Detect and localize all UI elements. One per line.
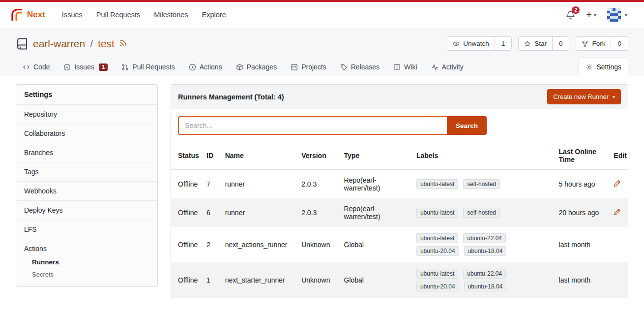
tab-label: Releases [351,63,380,71]
tab-label: Actions [200,63,222,71]
tab-pull-requests[interactable]: Pull Requests [115,58,181,76]
table-header-row: StatusIDNameVersionTypeLabelsLast Online… [171,142,628,170]
sidebar-item-label: Repository [24,110,57,118]
runner-id: 2 [203,227,221,262]
create-runner-button[interactable]: Create new Runner ▾ [547,89,621,104]
sidebar-item-label[interactable]: Actions [24,245,47,253]
star-label: Star [534,40,547,47]
eye-icon [453,40,460,47]
fork-count[interactable]: 0 [611,37,628,50]
unwatch-button-group: Unwatch1 [447,36,512,51]
code-icon [23,63,30,71]
labels-list: ubuntu-latestself-hosted [416,179,520,189]
sidebar-item-tags[interactable]: Tags [16,162,157,181]
rss-feed-button[interactable] [119,39,127,49]
search-button[interactable]: Search [447,116,487,135]
fork-button-group: Fork0 [576,36,628,51]
tab-code[interactable]: Code [16,58,57,76]
runner-labels: ubuntu-latestself-hosted [412,170,555,199]
search-input[interactable] [178,116,447,135]
sidebar-item-branches[interactable]: Branches [16,143,157,162]
sidebar-item-deploy-keys[interactable]: Deploy Keys [16,200,157,220]
edit-runner-button[interactable] [614,208,621,216]
runner-status: Offline [171,170,203,199]
tab-label: Issues [74,63,94,71]
labels-list: ubuntu-latestubuntu-22.04ubuntu-20.04ubu… [416,233,520,256]
runner-name: runner [221,170,298,199]
main-navbar: Next IssuesPull RequestsMilestonesExplor… [0,2,644,28]
search-form: Search [178,116,487,135]
star-count[interactable]: 0 [552,37,569,50]
repo-name-link[interactable]: test [98,38,115,50]
sidebar-item-webhooks[interactable]: Webhooks [16,181,157,200]
tab-issues[interactable]: Issues1 [57,58,115,76]
unwatch-button[interactable]: Unwatch [447,37,495,50]
tab-settings[interactable]: Settings [579,58,628,76]
runner-id: 6 [203,198,221,227]
nav-link-pull-requests[interactable]: Pull Requests [89,6,147,23]
create-runner-label: Create new Runner [553,93,609,100]
chevron-down-icon: ▾ [594,12,596,18]
settings-sidebar: SettingsRepositoryCollaboratorsBranchesT… [16,84,158,287]
runner-label-chip: ubuntu-latest [416,269,458,279]
runner-status: Offline [171,262,203,298]
project-icon [291,63,298,71]
column-header-type: Type [340,142,412,170]
unwatch-count[interactable]: 1 [495,37,512,50]
runner-type: Repo(earl-warren/test) [340,198,412,227]
page-body: SettingsRepositoryCollaboratorsBranchesT… [0,76,644,298]
plus-icon: + [586,10,592,20]
runner-type: Global [340,227,412,262]
tag-icon [340,63,348,71]
avatar [607,8,621,22]
runner-label-chip: ubuntu-22.04 [463,269,506,279]
table-body: Offline7runner2.0.3Repo(earl-warren/test… [171,170,628,298]
tab-wiki[interactable]: Wiki [386,58,424,76]
tab-packages[interactable]: Packages [229,58,284,76]
sidebar-item-label: Deploy Keys [24,206,63,214]
sidebar-item-repository[interactable]: Repository [16,104,157,124]
runner-type: Global [340,262,412,298]
sidebar-item-collaborators[interactable]: Collaborators [16,124,157,143]
fork-label: Fork [592,40,605,47]
tab-label: Settings [596,63,621,71]
tab-projects[interactable]: Projects [284,58,333,76]
runner-label-chip: self-hosted [463,179,500,189]
runner-version: Unknown [297,262,340,298]
tab-actions[interactable]: Actions [182,58,229,76]
runner-labels: ubuntu-latestself-hosted [412,198,555,227]
star-button[interactable]: Star [519,37,552,50]
repo-owner-link[interactable]: earl-warren [33,38,85,50]
notifications-button[interactable]: 2 [566,10,575,20]
sidebar-subitem-secrets[interactable]: Secrets [24,268,149,281]
fork-button[interactable]: Fork [576,37,611,50]
panel-header: Runners Management (Total: 4) Create new… [171,85,628,109]
sidebar-item-lfs[interactable]: LFS [16,220,157,239]
sidebar-header: Settings [16,85,157,104]
user-menu[interactable]: ▾ [607,8,627,22]
create-new-menu[interactable]: + ▾ [586,10,596,20]
runner-label-chip: ubuntu-latest [416,233,458,243]
repo-header: earl-warren / test Unwatch1Star0Fork0 Co… [0,28,644,76]
runner-version: Unknown [297,227,340,262]
edit-runner-button[interactable] [614,180,621,187]
tab-label: Packages [247,63,277,71]
runner-last-online: 5 hours ago [555,170,610,199]
runner-row: Offline1next_starter_runnerUnknownGlobal… [171,262,628,298]
sidebar-subitem-runners[interactable]: Runners [24,256,149,268]
pencil-icon [614,208,621,216]
nav-link-milestones[interactable]: Milestones [147,6,195,23]
runner-labels: ubuntu-latestubuntu-22.04ubuntu-20.04ubu… [412,227,555,262]
repo-separator: / [90,38,93,50]
tab-releases[interactable]: Releases [333,58,386,76]
home-link[interactable]: Next [9,7,45,22]
search-section: Search [171,109,628,142]
tab-label: Pull Requests [132,63,175,71]
runner-label-chip: self-hosted [463,208,500,218]
repo-title-row: earl-warren / test Unwatch1Star0Fork0 [16,36,628,51]
runners-table: StatusIDNameVersionTypeLabelsLast Online… [171,142,628,298]
pulse-icon [431,63,439,71]
tab-activity[interactable]: Activity [424,58,470,76]
nav-link-explore[interactable]: Explore [195,6,233,23]
nav-link-issues[interactable]: Issues [55,6,89,23]
